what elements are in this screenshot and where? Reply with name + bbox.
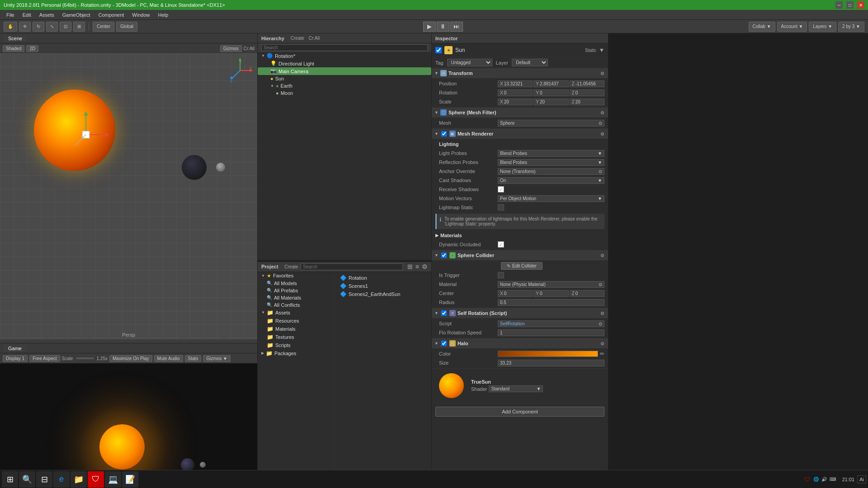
- hand-tool[interactable]: ✋: [4, 22, 17, 32]
- shader-value[interactable]: Standard ▼: [489, 385, 543, 392]
- layer-select[interactable]: Default: [512, 59, 548, 66]
- menu-component[interactable]: Component: [94, 11, 127, 19]
- game-view[interactable]: [0, 363, 257, 488]
- hierarchy-item-sun[interactable]: ● Sun: [258, 75, 431, 82]
- transform-settings-icon[interactable]: ⚙: [599, 71, 605, 76]
- is-trigger-checkbox[interactable]: [498, 272, 504, 278]
- project-all-models[interactable]: 🔍 All Models: [258, 280, 334, 287]
- project-materials[interactable]: 📁 Materials: [258, 325, 334, 333]
- project-create-label[interactable]: Create: [284, 264, 298, 269]
- multi-tool[interactable]: ⊞: [73, 22, 85, 32]
- sphere-collider-header[interactable]: ▼ ◯ Sphere Collider ⚙: [432, 250, 608, 260]
- ai-label[interactable]: Ai: [857, 475, 866, 483]
- rotation-y-field[interactable]: Y0: [533, 89, 568, 96]
- maximize-on-play[interactable]: Maximize On Play: [109, 355, 152, 362]
- project-scripts[interactable]: 📁 Scripts: [258, 341, 334, 349]
- rotation-z-field[interactable]: Z0: [570, 89, 604, 96]
- script-value[interactable]: SelfRotation ⊙: [498, 320, 604, 327]
- hierarchy-create-label[interactable]: Create: [291, 36, 304, 41]
- collab-button[interactable]: Collab ▼: [749, 22, 775, 32]
- display-button[interactable]: Display 1: [3, 355, 28, 362]
- project-search-input[interactable]: [301, 263, 403, 270]
- dynamic-occluded-checkbox[interactable]: ✓: [498, 241, 504, 248]
- add-component-button[interactable]: Add Component: [435, 407, 604, 417]
- center-y-field[interactable]: Y0: [533, 290, 568, 297]
- rect-tool[interactable]: ⊡: [60, 22, 71, 32]
- project-favorites[interactable]: ▼ ★ Favorites: [258, 272, 334, 280]
- anchor-override-value[interactable]: None (Transform) ⊙: [498, 168, 604, 175]
- static-dropdown-icon[interactable]: ▼: [599, 47, 604, 53]
- object-active-checkbox[interactable]: [435, 47, 442, 53]
- hierarchy-item-main-camera[interactable]: 📷 Main Camera: [258, 67, 431, 75]
- center-z-field[interactable]: Z0: [570, 290, 604, 297]
- mute-audio-button[interactable]: Mute Audio: [154, 355, 183, 362]
- scale-z-field[interactable]: Z20: [570, 99, 604, 105]
- reflection-probes-value[interactable]: Blend Probes ▼: [498, 159, 604, 166]
- rotation-x-field[interactable]: X0: [498, 89, 533, 96]
- project-icon1[interactable]: ⊞: [407, 263, 413, 270]
- project-icon3[interactable]: ⚙: [422, 263, 428, 270]
- project-all-materials[interactable]: 🔍 All Materials: [258, 294, 334, 301]
- earth-sphere-object[interactable]: [182, 155, 207, 180]
- menu-help[interactable]: Help: [154, 11, 172, 19]
- taskbar-explorer-button[interactable]: 📁: [71, 471, 87, 488]
- project-textures[interactable]: 📁 Textures: [258, 333, 334, 341]
- mesh-value[interactable]: Sphere ⊙: [498, 120, 604, 127]
- menu-assets[interactable]: Assets: [36, 11, 58, 19]
- taskbar-red-button[interactable]: 🛡: [88, 471, 104, 488]
- taskbar-taskview-button[interactable]: ⊟: [36, 471, 52, 488]
- gizmos-game-button[interactable]: Gizmos ▼: [203, 355, 231, 362]
- radius-field[interactable]: 0.5: [498, 299, 604, 306]
- hierarchy-search-input[interactable]: [261, 44, 428, 51]
- close-button[interactable]: ✕: [857, 1, 864, 9]
- self-rotation-menu-icon[interactable]: ⚙: [599, 311, 605, 316]
- menu-file[interactable]: File: [3, 11, 18, 19]
- halo-color-picker-icon[interactable]: ✏: [600, 351, 604, 357]
- gizmos-button[interactable]: Gizmos: [220, 45, 242, 52]
- tab-game[interactable]: Game: [4, 345, 26, 352]
- layers-button[interactable]: Layers ▼: [809, 22, 836, 32]
- mesh-filter-menu-icon[interactable]: ⚙: [599, 110, 605, 115]
- taskbar-edge-button[interactable]: e: [53, 471, 70, 488]
- 2d-button[interactable]: 2D: [26, 45, 38, 52]
- menu-gameobject[interactable]: GameObject: [59, 11, 94, 19]
- sphere-collider-enabled-checkbox[interactable]: [441, 253, 447, 258]
- lightmap-static-checkbox[interactable]: [498, 204, 504, 211]
- mesh-renderer-header[interactable]: ▼ ▣ Mesh Renderer ⚙: [432, 129, 608, 139]
- hierarchy-item-earth[interactable]: ▼ ● Earth: [258, 82, 431, 89]
- menu-edit[interactable]: Edit: [19, 11, 35, 19]
- project-content-rotation[interactable]: 🔷 Rotation: [336, 274, 429, 282]
- halo-color-swatch[interactable]: [498, 351, 598, 357]
- collider-material-value[interactable]: None (Physic Material) ⊙: [498, 281, 604, 288]
- project-assets[interactable]: ▼ 📁 Assets: [258, 309, 334, 317]
- stats-button[interactable]: Stats: [185, 355, 202, 362]
- scale-slider[interactable]: [76, 357, 94, 359]
- position-x-field[interactable]: X13.32321: [498, 80, 533, 87]
- edit-collider-button[interactable]: ✎ Sphere Collider Edit Collider: [501, 262, 542, 270]
- taskbar-vs-button[interactable]: 💻: [105, 471, 121, 488]
- rotate-tool[interactable]: ↻: [33, 22, 44, 32]
- mesh-renderer-menu-icon[interactable]: ⚙: [599, 131, 605, 136]
- transform-header[interactable]: ▼ ⇔ Transform ⚙: [432, 68, 608, 78]
- maximize-button[interactable]: □: [846, 1, 854, 9]
- project-content-scenes1[interactable]: 🔷 Scenes1: [336, 282, 429, 290]
- hierarchy-item-moon[interactable]: ● Moon: [258, 89, 431, 97]
- move-tool[interactable]: ✛: [19, 22, 31, 32]
- account-button[interactable]: Account ▼: [777, 22, 807, 32]
- receive-shadows-checkbox[interactable]: ✓: [498, 186, 504, 192]
- light-probes-value[interactable]: Blend Probes ▼: [498, 150, 604, 157]
- halo-size-field[interactable]: 33.23: [498, 360, 604, 366]
- cast-shadows-value[interactable]: On ▼: [498, 177, 604, 184]
- motion-vectors-value[interactable]: Per Object Motion ▼: [498, 195, 604, 202]
- tag-select[interactable]: Untagged: [447, 59, 492, 66]
- shading-mode-button[interactable]: Shaded: [3, 45, 24, 52]
- self-rotation-enabled-checkbox[interactable]: [441, 310, 447, 316]
- project-icon2[interactable]: ≡: [415, 263, 419, 270]
- play-button[interactable]: ▶: [423, 22, 436, 32]
- halo-header[interactable]: ▼ ◎ Halo ⚙: [432, 338, 608, 348]
- hierarchy-item-directional-light[interactable]: 💡 Directional Light: [258, 60, 431, 67]
- scale-x-field[interactable]: X20: [498, 99, 533, 105]
- materials-header[interactable]: ▶ Materials: [432, 231, 608, 240]
- taskbar-search-button[interactable]: 🔍: [19, 471, 35, 488]
- position-y-field[interactable]: Y2.881437: [533, 80, 568, 87]
